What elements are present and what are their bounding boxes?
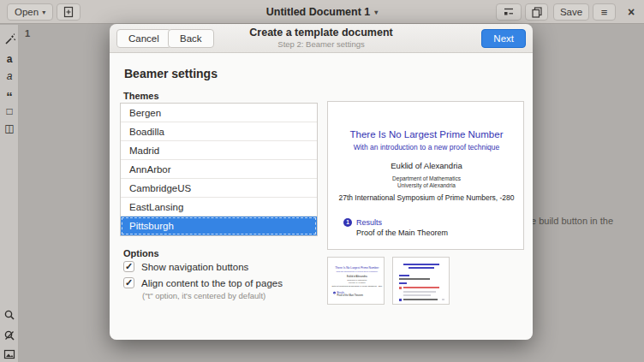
theme-row[interactable]: Madrid (121, 141, 317, 160)
thumb-proof-label (399, 282, 407, 284)
slide-author: Euklid of Alexandria (328, 161, 525, 170)
new-document-icon (63, 6, 75, 18)
option-show-navigation[interactable]: ✓ Show navigation buttons (123, 261, 248, 272)
open-button-label: Open (15, 7, 39, 17)
thumb-hidden-line (403, 294, 431, 296)
app-window: Open ▾ Untitled Document 1 ▾ (0, 0, 644, 362)
close-window-button[interactable]: × (620, 3, 642, 21)
toc-section-label: Results (337, 292, 344, 294)
thumb-theorem-text (399, 278, 430, 280)
dialog-title: Create a template document (249, 27, 392, 39)
find-replace-button[interactable] (0, 327, 19, 344)
next-button-label: Next (493, 33, 514, 44)
thumb-title-line (403, 264, 439, 265)
theme-row[interactable]: Bergen (121, 104, 317, 122)
preview-button[interactable] (525, 3, 548, 21)
dialog-headerbar: Cancel Back Create a template document S… (110, 24, 533, 53)
chevron-down-icon: ▾ (374, 9, 378, 16)
find-replace-icon (3, 329, 15, 341)
search-button[interactable] (0, 306, 19, 323)
dialog-title-block: Create a template document Step 2: Beame… (249, 27, 392, 49)
line-number: 1 (25, 28, 30, 39)
back-button[interactable]: Back (168, 29, 214, 48)
save-button[interactable]: Save (553, 3, 589, 21)
themes-list: Bergen Boadilla Madrid AnnArbor Cambridg… (120, 103, 318, 236)
editor-background-text: e build button in the (531, 216, 613, 226)
close-icon: × (628, 5, 635, 19)
thumb-item-line (403, 299, 438, 300)
thumbnail-slide-clone: There Is No Largest Prime Number With an… (329, 258, 385, 301)
options-label: Options (123, 248, 159, 258)
frame-button[interactable]: □ (0, 103, 19, 120)
magic-wand-icon (3, 33, 16, 46)
cancel-button-label: Cancel (128, 33, 159, 44)
toc-number-badge: 1 (333, 292, 336, 294)
toc-section-label: Results (356, 218, 382, 227)
thumb-page-number (442, 299, 444, 300)
slide-subtitle: With an introduction to a new proof tech… (328, 143, 525, 151)
slide-event: 27th International Symposium of Prime Nu… (329, 284, 385, 287)
thumb-alert-bullet (399, 287, 402, 289)
template-dialog: Cancel Back Create a template document S… (110, 24, 533, 340)
thumb-alert-line (403, 287, 439, 288)
slide-department: Department of Mathematics (328, 175, 525, 181)
slide-toc-item: Proof of the Main Theorem (356, 228, 448, 237)
slide-event: 27th International Symposium of Prime Nu… (328, 193, 525, 202)
italic-a-icon: a (7, 70, 13, 82)
slide-author: Euklid of Alexandria (329, 276, 385, 278)
window-headerbar: Open ▾ Untitled Document 1 ▾ (0, 0, 644, 24)
option-label: Align content to the top of pages (141, 278, 283, 288)
page-title: Beamer settings (124, 67, 218, 80)
slide-thumbnail-2 (392, 257, 450, 305)
frame-split-icon: ◫ (4, 122, 14, 134)
insert-image-button[interactable] (0, 346, 19, 362)
image-icon (3, 348, 15, 360)
search-icon (3, 309, 15, 321)
slide-toc-entry: 1 Results (343, 218, 382, 227)
slide-toc-item: Proof of the Main Theorem (337, 294, 362, 297)
next-button[interactable]: Next (481, 29, 526, 48)
option-align-top[interactable]: ✓ Align content to the top of pages (123, 277, 283, 288)
window-title-menu[interactable]: Untitled Document 1 ▾ (266, 0, 379, 24)
save-button-label: Save (560, 7, 582, 17)
slide-subtitle: With an introduction to a new proof tech… (329, 270, 385, 273)
theme-row[interactable]: EastLansing (121, 198, 317, 217)
italic-button[interactable]: a (0, 68, 19, 85)
slide-preview: There Is No Largest Prime Number With an… (327, 101, 524, 250)
theme-row[interactable]: Boadilla (121, 122, 317, 141)
checkbox-checked[interactable]: ✓ (123, 277, 134, 288)
dialog-body: Beamer settings Themes Bergen Boadilla M… (110, 53, 533, 340)
back-button-label: Back (180, 33, 202, 44)
theme-row-selected[interactable]: Pittsburgh (121, 217, 317, 235)
slide-university: University of Alexandria (329, 282, 385, 283)
checkbox-checked[interactable]: ✓ (123, 261, 134, 272)
thumb-hidden-line (403, 291, 436, 293)
wizard-button[interactable] (0, 31, 19, 48)
slide-toc-entry: 1 Results (333, 292, 344, 294)
menu-button[interactable]: ≡ (593, 3, 616, 21)
quotes-button[interactable]: “ (0, 85, 19, 102)
slide-title: There Is No Largest Prime Number (328, 129, 525, 139)
cancel-button[interactable]: Cancel (116, 29, 171, 48)
thumb-item-bullet (399, 299, 402, 301)
thumb-subtitle-line (408, 267, 434, 269)
build-log-button[interactable] (496, 3, 522, 21)
window-title: Untitled Document 1 (266, 6, 371, 18)
bold-button[interactable]: a (0, 50, 19, 68)
open-button[interactable]: Open ▾ (7, 3, 53, 21)
pages-icon (531, 6, 543, 18)
option-caption: ("t" option, it's centered by default) (142, 291, 265, 300)
chevron-down-icon: ▾ (42, 9, 45, 16)
theme-row[interactable]: AnnArbor (121, 160, 317, 179)
toc-number-badge: 1 (343, 218, 352, 227)
frame-split-button[interactable]: ◫ (0, 120, 19, 137)
new-document-button[interactable] (57, 3, 80, 21)
bold-a-icon: a (7, 53, 13, 65)
build-log-icon (503, 6, 515, 18)
hamburger-menu-icon: ≡ (601, 6, 608, 19)
quotation-icon: “ (6, 93, 13, 100)
beamer-slide: There Is No Largest Prime Number With an… (328, 102, 525, 251)
thumb-theorem-label (399, 275, 409, 276)
theme-row[interactable]: CambridgeUS (121, 179, 317, 198)
slide-thumbnail-1: There Is No Largest Prime Number With an… (327, 257, 385, 305)
